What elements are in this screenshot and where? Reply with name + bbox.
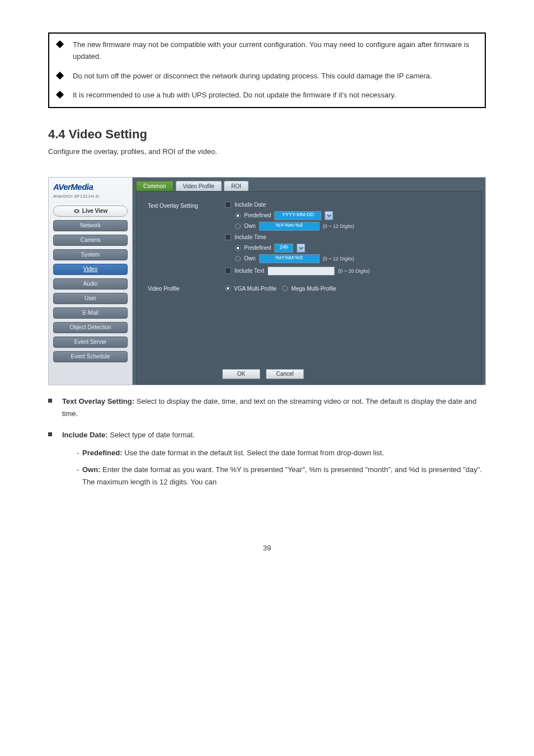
section-desc: Configure the overlay, profiles, and ROI… [48, 146, 486, 158]
text-overlay-setting-label: Text Overlay Setting [148, 202, 215, 209]
tab-label: Video Profile [183, 183, 215, 189]
sidebar-item-audio[interactable]: Audio [53, 278, 128, 290]
date-own-value[interactable]: %Y-%m-%d [259, 222, 320, 231]
include-date-label: Include Date [235, 202, 266, 208]
content-pane: Text Overlay Setting Include Date Predef… [136, 191, 482, 385]
sidebar-item-email[interactable]: E-Mail [53, 307, 128, 319]
page-number: 39 [0, 544, 534, 552]
sidebar-item-label: Audio [83, 281, 98, 287]
own-label: Own [244, 255, 256, 262]
sidebar-item-system[interactable]: System [53, 249, 128, 260]
tab-video-profile[interactable]: Video Profile [176, 181, 222, 191]
sidebar: AVerMedia AVerDiGi SF1311H-D Live View N… [49, 178, 133, 385]
include-time-checkbox[interactable] [225, 234, 231, 240]
dash-icon: - [77, 464, 82, 476]
description-block: Text Overlay Setting: Select to display … [48, 395, 486, 493]
predefined-label: Predefined [244, 245, 271, 251]
tab-bar: Common Video Profile ROI [133, 178, 485, 191]
caution-row: It is recommended to use a hub with UPS … [57, 90, 475, 101]
diamond-icon [56, 72, 64, 80]
include-text-checkbox[interactable] [225, 268, 231, 274]
chevron-down-icon [327, 213, 331, 218]
bullet-text: Text Overlay Setting: Select to display … [62, 395, 486, 420]
caution-frame: The new firmware may not be compatible w… [48, 32, 486, 108]
sidebar-item-video[interactable]: Video [53, 264, 128, 275]
bullet-row: Include Date: Select type of date format… [48, 429, 486, 493]
nested-list: - Predefined: Use the date format in the… [77, 447, 486, 488]
diamond-icon [56, 40, 64, 48]
time-predefined-value: 24h [274, 244, 293, 253]
video-profile-group: VGA Multi-Profile Mega Multi-Profile [225, 286, 470, 292]
caution-text: It is recommended to use a hub with UPS … [73, 90, 475, 101]
date-own-radio[interactable] [235, 223, 241, 229]
main-area: Common Video Profile ROI Text Overlay Se… [133, 178, 485, 385]
date-own-row: Own %Y-%m-%d (0 ~ 12 Digits) [235, 222, 470, 231]
hyphen-row: - Predefined: Use the date format in the… [77, 447, 486, 459]
square-icon [48, 399, 52, 403]
square-icon [48, 432, 52, 436]
include-date-checkbox[interactable] [225, 202, 231, 208]
time-own-radio[interactable] [235, 256, 241, 262]
include-time-row: Include Time [225, 234, 470, 240]
sidebar-item-event-schedule[interactable]: Event Schedule [53, 351, 128, 362]
tab-label: Common [143, 183, 166, 189]
cancel-label: Cancel [276, 371, 293, 377]
sidebar-item-label: Object Detection [70, 324, 111, 330]
tab-label: ROI [231, 183, 241, 189]
time-own-value[interactable]: %H:%M:%S [259, 254, 320, 263]
caution-text: Do not turn off the power or disconnect … [73, 71, 475, 82]
own-label: Own [244, 223, 256, 229]
diamond-icon [56, 91, 64, 99]
sidebar-item-label: Network [80, 222, 101, 228]
cancel-button[interactable]: Cancel [266, 369, 304, 379]
live-view-label: Live View [82, 208, 107, 214]
model-label: AVerDiGi SF1311H-D [53, 194, 128, 199]
include-date-row: Include Date [225, 202, 470, 208]
time-own-row: Own %H:%M:%S (0 ~ 12 Digits) [235, 254, 470, 263]
include-text-input[interactable] [268, 267, 335, 276]
time-own-hint: (0 ~ 12 Digits) [323, 256, 354, 262]
caution-row: The new firmware may not be compatible w… [57, 39, 475, 63]
hyphen-row: - Own: Enter the date format as you want… [77, 464, 486, 488]
brand-logo: AVerMedia [53, 182, 128, 192]
time-predefined-dropdown[interactable] [297, 244, 305, 253]
date-predefined-dropdown[interactable] [325, 211, 333, 220]
eye-icon [73, 208, 80, 214]
text-overlay-group: Include Date Predefined YYYY-MM-DD Own %… [225, 202, 470, 279]
include-time-label: Include Time [235, 234, 266, 240]
include-text-label: Include Text [235, 268, 264, 274]
sidebar-item-label: Event Schedule [71, 353, 110, 360]
ok-button[interactable]: OK [222, 369, 260, 379]
sidebar-item-camera[interactable]: Camera [53, 235, 128, 246]
sidebar-item-label: E-Mail [82, 310, 98, 316]
chevron-down-icon [299, 246, 303, 250]
tab-roi[interactable]: ROI [224, 181, 249, 191]
time-predefined-radio[interactable] [235, 245, 241, 251]
time-predefined-row: Predefined 24h [235, 244, 470, 253]
caution-text: The new firmware may not be compatible w… [73, 39, 475, 63]
ok-label: OK [237, 371, 245, 377]
mega-profile-label: Mega Multi-Profile [291, 286, 336, 292]
predefined-label: Predefined [244, 212, 271, 218]
tab-common[interactable]: Common [136, 181, 174, 191]
date-predefined-value: YYYY-MM-DD [274, 211, 321, 220]
live-view-button[interactable]: Live View [53, 206, 128, 217]
vga-profile-radio[interactable] [225, 286, 231, 291]
sidebar-item-event-server[interactable]: Event Server [53, 337, 128, 348]
date-own-hint: (0 ~ 12 Digits) [323, 223, 354, 229]
sidebar-item-network[interactable]: Network [53, 220, 128, 231]
mega-profile-radio[interactable] [282, 286, 288, 291]
vga-profile-label: VGA Multi-Profile [234, 286, 277, 292]
sidebar-item-user[interactable]: User [53, 293, 128, 304]
sidebar-item-label: Camera [81, 237, 101, 243]
sidebar-item-label: Event Server [74, 339, 107, 345]
button-row: OK Cancel [222, 369, 304, 379]
bullet-row: Text Overlay Setting: Select to display … [48, 395, 486, 420]
config-ui-screenshot: AVerMedia AVerDiGi SF1311H-D Live View N… [48, 177, 486, 385]
sidebar-item-label: System [81, 251, 100, 258]
date-predefined-row: Predefined YYYY-MM-DD [235, 211, 470, 220]
date-predefined-radio[interactable] [235, 213, 241, 218]
sidebar-item-object-detection[interactable]: Object Detection [53, 322, 128, 333]
hyphen-text: Predefined: Use the date format in the d… [82, 447, 486, 459]
include-text-hint: (0 ~ 20 Digits) [338, 268, 369, 274]
